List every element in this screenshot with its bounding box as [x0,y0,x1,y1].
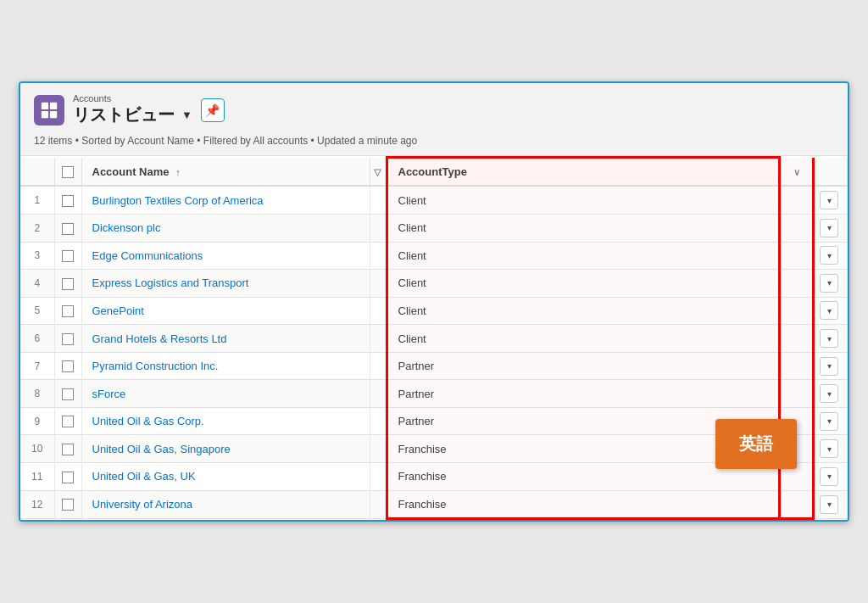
title-text: リストビュー [73,103,175,126]
row-checkbox[interactable] [62,416,74,427]
row-account-name[interactable]: Edge Communications [81,242,370,270]
row-number: 2 [20,214,54,242]
row-dropdown-button[interactable]: ▾ [820,274,838,293]
row-account-name[interactable]: United Oil & Gas Corp. [81,407,370,435]
title-dropdown-arrow[interactable]: ▼ [181,109,192,121]
row-name-spacer [370,270,387,298]
row-number: 10 [20,435,54,463]
col-header-num [20,158,54,187]
col-header-chevron[interactable]: ∨ [780,158,814,187]
row-checkbox[interactable] [62,472,74,483]
table-row: 7 Pyramid Construction Inc. Partner ▾ [20,352,848,380]
row-account-name[interactable]: Dickenson plc [81,214,370,242]
row-checkbox-cell [54,242,81,270]
row-number: 7 [20,352,54,380]
row-account-name[interactable]: Pyramid Construction Inc. [81,352,370,380]
row-checkbox[interactable] [62,333,74,345]
row-dropdown-button[interactable]: ▾ [820,439,838,458]
col-header-filter-icon: ▽ [370,158,387,187]
row-account-name[interactable]: United Oil & Gas, UK [81,463,370,491]
row-account-name[interactable]: sForce [81,380,370,408]
status-bar: 12 items • Sorted by Account Name • Filt… [34,131,834,148]
row-actions-cell: ▾ [814,352,848,380]
row-checkbox[interactable] [62,278,74,290]
col-chevron-down-icon: ∨ [793,167,800,177]
row-name-spacer [370,490,387,518]
header-title-block: Accounts リストビュー ▼ 📌 [73,93,225,126]
row-name-spacer [370,297,387,325]
row-name-spacer [370,407,387,435]
row-account-name[interactable]: Express Logistics and Transport [81,270,370,298]
row-actions-cell: ▾ [814,435,848,463]
col-header-account-type[interactable]: AccountType [387,158,780,187]
col-header-account-name[interactable]: Account Name ↑ [81,158,370,187]
row-dropdown-button[interactable]: ▾ [820,467,838,486]
row-checkbox[interactable] [62,250,74,262]
row-dropdown-button[interactable]: ▾ [820,384,838,403]
row-number: 12 [20,490,54,518]
table-row: 1 Burlington Textiles Corp of America Cl… [20,186,848,214]
row-checkbox[interactable] [62,195,74,207]
row-checkbox[interactable] [62,499,74,511]
row-checkbox-cell [54,463,81,491]
row-checkbox[interactable] [62,223,74,235]
row-account-name[interactable]: GenePoint [81,297,370,325]
header-subtitle: Accounts [73,93,192,103]
row-name-spacer [370,352,387,380]
translation-button[interactable]: 英語 [715,419,797,469]
pin-button[interactable]: 📌 [201,98,225,122]
row-chevron-cell [780,490,814,518]
row-chevron-cell [780,214,814,242]
row-checkbox-cell [54,435,81,463]
select-all-checkbox[interactable] [62,166,74,178]
filter-icon: ▽ [374,167,381,177]
header-top: Accounts リストビュー ▼ 📌 [34,93,834,126]
row-chevron-cell [780,270,814,298]
row-name-spacer [370,380,387,408]
table-row: 5 GenePoint Client ▾ [20,297,848,325]
row-dropdown-button[interactable]: ▾ [820,495,838,514]
row-dropdown-button[interactable]: ▾ [820,301,838,320]
row-actions-cell: ▾ [814,242,848,270]
row-actions-cell: ▾ [814,490,848,518]
row-checkbox-cell [54,325,81,353]
row-number: 6 [20,325,54,353]
svg-rect-3 [50,111,57,118]
row-checkbox[interactable] [62,305,74,317]
row-checkbox[interactable] [62,360,74,372]
row-actions-cell: ▾ [814,214,848,242]
sort-ascending-icon[interactable]: ↑ [175,167,181,177]
row-actions-cell: ▾ [814,325,848,353]
row-checkbox-cell [54,490,81,518]
row-dropdown-button[interactable]: ▾ [820,246,838,265]
row-chevron-cell [780,325,814,353]
row-account-name[interactable]: Burlington Textiles Corp of America [81,186,370,214]
row-dropdown-button[interactable]: ▾ [820,412,838,431]
row-name-spacer [370,325,387,353]
row-account-type: Franchise [387,490,780,518]
row-actions-cell: ▾ [814,270,848,298]
row-checkbox-cell [54,270,81,298]
table-row: 3 Edge Communications Client ▾ [20,242,848,270]
row-dropdown-button[interactable]: ▾ [820,357,838,376]
row-account-name[interactable]: Grand Hotels & Resorts Ltd [81,325,370,353]
row-actions-cell: ▾ [814,463,848,491]
row-checkbox[interactable] [62,444,74,455]
row-checkbox[interactable] [62,388,74,400]
row-account-name[interactable]: United Oil & Gas, Singapore [81,435,370,463]
row-account-type: Client [387,214,780,242]
row-account-name[interactable]: University of Arizona [81,490,370,518]
row-dropdown-button[interactable]: ▾ [820,329,838,348]
row-account-type: Client [387,270,780,298]
row-name-spacer [370,435,387,463]
row-chevron-cell [780,297,814,325]
row-name-spacer [370,242,387,270]
main-window: Accounts リストビュー ▼ 📌 12 items • Sorted by… [19,81,849,521]
row-checkbox-cell [54,186,81,214]
row-dropdown-button[interactable]: ▾ [820,219,838,237]
table-row: 8 sForce Partner ▾ [20,380,848,408]
row-checkbox-cell [54,214,81,242]
header: Accounts リストビュー ▼ 📌 12 items • Sorted by… [20,83,848,156]
row-name-spacer [370,214,387,242]
row-dropdown-button[interactable]: ▾ [820,191,838,209]
